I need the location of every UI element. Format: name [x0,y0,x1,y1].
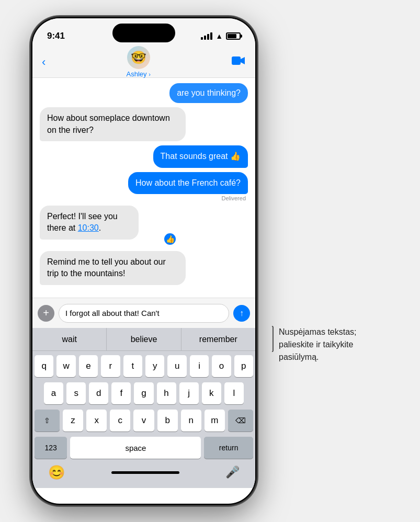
back-button[interactable]: ‹ [42,55,46,69]
message-row: That sounds great 👍 [40,145,248,167]
key-p[interactable]: p [234,355,253,377]
message-row: How about someplace downtown on the rive… [40,107,248,141]
message-bubble: That sounds great 👍 [153,145,248,167]
tapback-thumbsup: 👍 [163,232,177,246]
return-key[interactable]: return [204,437,253,459]
key-s[interactable]: s [66,382,86,404]
key-q[interactable]: q [35,355,53,377]
message-bubble: How about the French café? [128,172,248,194]
key-y[interactable]: y [145,355,164,377]
key-e[interactable]: e [79,355,98,377]
key-d[interactable]: d [89,382,108,404]
phone-screen: 9:41 ▲ ‹ [32,18,255,504]
key-t[interactable]: t [123,355,142,377]
nav-center[interactable]: 🤓 Ashley › [127,46,151,78]
message-input[interactable]: I forgot all about that! Can't [59,304,229,323]
keyboard-row-3: ⇧ z x c v b n m ⌫ [35,410,253,432]
mic-button[interactable]: 🎤 [225,466,240,479]
keyboard-row-4: 123 space return [35,437,253,459]
annotation-text: Nuspėjamas tekstas; palieskite ir taikyk… [279,326,357,364]
phone-frame: 9:41 ▲ ‹ [31,17,256,505]
message-row: How about the French café? Delivered [40,172,248,201]
key-b[interactable]: b [157,410,178,432]
video-call-button[interactable] [231,55,246,70]
send-icon: ↑ [240,309,244,318]
predictive-word-3[interactable]: remember [181,328,255,350]
signal-icon [201,32,212,40]
time-link[interactable]: 10:30 [78,223,99,232]
key-u[interactable]: u [167,355,186,377]
keyboard: q w e r t y u i o p a s d f g [32,351,255,461]
key-f[interactable]: f [111,382,131,404]
key-o[interactable]: o [212,355,231,377]
contact-name: Ashley › [127,70,151,78]
delivered-label: Delivered [222,195,248,201]
battery-icon [226,32,241,40]
bottom-bar: 😊 🎤 [32,461,255,488]
send-button[interactable]: ↑ [233,305,250,322]
key-g[interactable]: g [134,382,153,404]
add-attachment-button[interactable]: + [38,305,54,322]
key-c[interactable]: c [110,410,130,432]
input-bar: + I forgot all about that! Can't ↑ [32,298,255,328]
avatar: 🤓 [127,46,150,69]
status-time: 9:41 [47,31,65,41]
nav-bar: ‹ 🤓 Ashley › [32,47,255,78]
input-text: I forgot all about that! Can't [65,309,160,317]
dynamic-island [112,24,175,42]
bottom-bar-inner: 😊 🎤 [48,464,240,481]
key-v[interactable]: v [133,410,154,432]
key-z[interactable]: z [63,410,83,432]
annotation-bracket [272,326,274,352]
space-key[interactable]: space [70,437,201,459]
keyboard-row-1: q w e r t y u i o p [35,355,253,377]
backspace-key[interactable]: ⌫ [228,410,253,432]
messages-area: are you thinking? How about someplace do… [32,78,255,298]
message-bubble: How about someplace downtown on the rive… [40,107,186,141]
key-j[interactable]: j [179,382,199,404]
message-row: are you thinking? [40,83,248,103]
key-r[interactable]: r [101,355,120,377]
key-n[interactable]: n [181,410,201,432]
key-a[interactable]: a [44,382,63,404]
key-h[interactable]: h [157,382,176,404]
message-row: Perfect! I'll see you there at 10:30. 👍 [40,206,248,247]
message-bubble: Remind me to tell you about our trip to … [40,251,186,285]
key-w[interactable]: w [56,355,75,377]
phone-wrapper: 9:41 ▲ ‹ [31,17,256,505]
key-l[interactable]: l [224,382,244,404]
message-bubble: Perfect! I'll see you there at 10:30. [40,206,139,240]
key-x[interactable]: x [86,410,107,432]
shift-key[interactable]: ⇧ [35,410,60,432]
message-row: Remind me to tell you about our trip to … [40,251,248,285]
svg-rect-0 [232,56,241,65]
home-indicator [111,471,179,474]
status-icons: ▲ [201,32,241,40]
predictive-word-2[interactable]: believe [107,328,181,350]
predictive-bar: wait believe remember [32,328,255,351]
message-bubble: are you thinking? [169,83,248,103]
keyboard-row-2: a s d f g h j k l [35,382,253,404]
wifi-icon: ▲ [215,32,223,40]
back-chevron: ‹ [42,55,46,69]
key-m[interactable]: m [205,410,225,432]
key-k[interactable]: k [202,382,221,404]
emoji-button[interactable]: 😊 [48,464,65,481]
key-i[interactable]: i [190,355,209,377]
predictive-word-1[interactable]: wait [32,328,107,350]
annotation: Nuspėjamas tekstas; palieskite ir taikyk… [272,158,357,364]
numbers-key[interactable]: 123 [35,437,67,459]
